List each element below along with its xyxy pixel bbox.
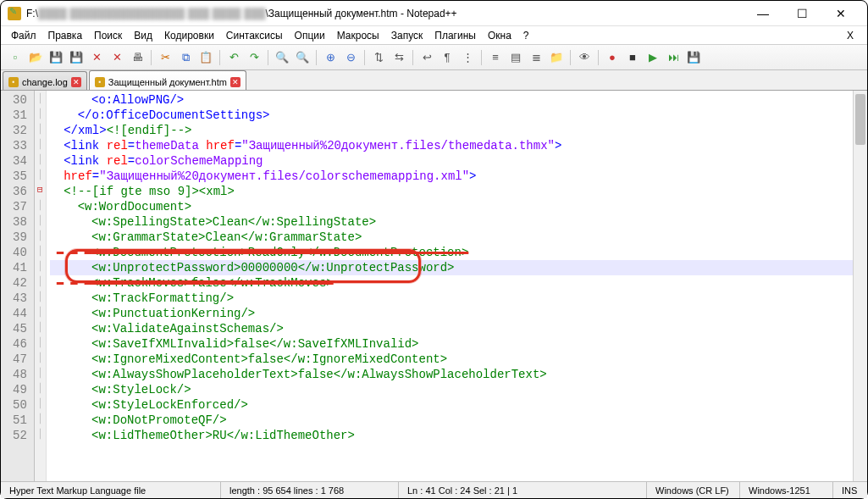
wordwrap-icon[interactable]: ↩	[417, 48, 436, 67]
toolbar-separator	[598, 50, 599, 65]
code-line[interactable]: <w:ValidateAgainstSchemas/>	[50, 321, 864, 336]
status-mode[interactable]: INS	[833, 482, 867, 498]
status-pos: Ln : 41 Col : 24 Sel : 21 | 1	[399, 482, 647, 498]
toolbar-separator	[570, 50, 571, 65]
code-line[interactable]: <w:SaveIfXMLInvalid>false</w:SaveIfXMLIn…	[50, 336, 864, 352]
close-icon[interactable]: ✕	[87, 48, 106, 67]
new-icon[interactable]: ▫	[6, 48, 25, 67]
open-icon[interactable]: 📂	[26, 48, 45, 67]
find-icon[interactable]: 🔍	[273, 48, 291, 67]
code-line[interactable]: <w:PunctuationKerning/>	[50, 306, 864, 321]
save-macro-icon[interactable]: 💾	[684, 48, 703, 67]
lang-icon[interactable]: ≡	[486, 48, 505, 67]
code-line[interactable]: </xml><![endif]-->	[50, 123, 864, 138]
code-line[interactable]: <w:UnprotectPassword>00000000</w:Unprote…	[50, 260, 864, 275]
menu-окна[interactable]: Окна	[483, 28, 517, 43]
redo-icon[interactable]: ↷	[245, 48, 263, 67]
monitor-icon[interactable]: 👁	[575, 48, 594, 67]
scrollbar-vertical[interactable]	[853, 91, 867, 481]
menu-макросы[interactable]: Макросы	[332, 28, 384, 43]
menu-файл[interactable]: Файл	[6, 28, 41, 43]
tabbar: ▪change.log✕▪Защищенный документ.htm✕	[1, 70, 867, 91]
code-line[interactable]: <w:DoNotPromoteQF/>	[50, 413, 864, 428]
file-icon: ▪	[95, 77, 105, 87]
sync-v-icon[interactable]: ⇅	[369, 48, 388, 67]
all-chars-icon[interactable]: ¶	[438, 48, 456, 67]
folder-icon[interactable]: 📁	[547, 48, 566, 67]
status-eol[interactable]: Windows (CR LF)	[647, 482, 740, 498]
code-line[interactable]: </o:OfficeDocumentSettings>	[50, 108, 864, 123]
tab-active[interactable]: ▪Защищенный документ.htm✕	[89, 70, 246, 90]
menu-поиск[interactable]: Поиск	[89, 28, 127, 43]
replace-icon[interactable]: 🔍	[293, 48, 312, 67]
menu-кодировки[interactable]: Кодировки	[159, 28, 219, 43]
tab-close-icon[interactable]: ✕	[230, 77, 240, 87]
copy-icon[interactable]: ⧉	[176, 48, 195, 67]
menu-вид[interactable]: Вид	[129, 28, 158, 43]
code-line[interactable]: <w:LidThemeOther>RU</w:LidThemeOther>	[50, 428, 864, 443]
zoom-in-icon[interactable]: ⊕	[321, 48, 340, 67]
menu-запуск[interactable]: Запуск	[386, 28, 428, 43]
menu-опции[interactable]: Опции	[290, 28, 330, 43]
close-all-icon[interactable]: ✕	[108, 48, 126, 67]
zoom-out-icon[interactable]: ⊖	[341, 48, 360, 67]
play-icon[interactable]: ▶	[644, 48, 662, 67]
record-icon[interactable]: ●	[603, 48, 622, 67]
menu-правка[interactable]: Правка	[43, 28, 88, 43]
titlebar[interactable]: F:\████ ████████████████ ███ ████ ███\За…	[1, 1, 867, 26]
code-line[interactable]: <w:DocumentProtection>ReadOnly</w:Docume…	[50, 245, 864, 260]
code-line[interactable]: href="Защищенный%20документ.files/colors…	[50, 169, 864, 184]
menu-плагины[interactable]: Плагины	[429, 28, 481, 43]
code-line[interactable]: <w:SpellingState>Clean</w:SpellingState>	[50, 214, 864, 230]
print-icon[interactable]: 🖶	[128, 48, 147, 67]
tab-close-icon[interactable]: ✕	[71, 77, 81, 87]
maximize-button[interactable]: ☐	[782, 1, 821, 26]
tab-label: change.log	[22, 77, 68, 87]
code-line[interactable]: <o:AllowPNG/>	[50, 92, 864, 108]
cut-icon[interactable]: ✂	[156, 48, 174, 67]
save-all-icon[interactable]: 💾	[67, 48, 86, 67]
code-line[interactable]: <w:AlwaysShowPlaceholderText>false</w:Al…	[50, 367, 864, 382]
app-window: F:\████ ████████████████ ███ ████ ███\За…	[0, 0, 868, 499]
tab-inactive[interactable]: ▪change.log✕	[3, 71, 87, 90]
menu-?[interactable]: ?	[518, 28, 534, 43]
fold-column[interactable]: ││││││⊟││││││││││││││││	[35, 91, 47, 481]
window-controls: — ☐ ✕	[744, 1, 860, 26]
scrollbar-thumb[interactable]	[855, 94, 865, 145]
toolbar-separator	[481, 50, 482, 65]
minimize-button[interactable]: —	[744, 1, 782, 26]
paste-icon[interactable]: 📋	[196, 48, 215, 67]
toolbar-separator	[412, 50, 413, 65]
code-line[interactable]: <w:IgnoreMixedContent>false</w:IgnoreMix…	[50, 352, 864, 367]
save-icon[interactable]: 💾	[47, 48, 65, 67]
code-line[interactable]: <w:StyleLock/>	[50, 382, 864, 397]
toolbar-separator	[219, 50, 220, 65]
play-multi-icon[interactable]: ⏭	[664, 48, 683, 67]
editor[interactable]: 3031323334353637383940414243444546474849…	[1, 91, 867, 481]
sync-h-icon[interactable]: ⇆	[390, 48, 408, 67]
toolbar-separator	[316, 50, 317, 65]
app-icon	[8, 7, 21, 20]
code-line[interactable]: <w:TrackFormatting/>	[50, 291, 864, 306]
func-list-icon[interactable]: ≣	[527, 48, 545, 67]
doc-map-icon[interactable]: ▤	[506, 48, 525, 67]
status-filetype: Hyper Text Markup Language file	[1, 482, 221, 498]
code-line[interactable]: <w:GrammarState>Clean</w:GrammarState>	[50, 230, 864, 245]
status-encoding[interactable]: Windows-1251	[740, 482, 833, 498]
toolbar-separator	[151, 50, 152, 65]
code-line[interactable]: <w:StyleLockEnforced/>	[50, 397, 864, 413]
indent-guide-icon[interactable]: ⋮	[458, 48, 477, 67]
stop-icon[interactable]: ■	[623, 48, 642, 67]
code-line[interactable]: <link rel=colorSchemeMapping	[50, 153, 864, 169]
window-title: F:\████ ████████████████ ███ ████ ███\За…	[26, 8, 744, 19]
undo-icon[interactable]: ↶	[224, 48, 243, 67]
code-line[interactable]: <w:WordDocument>	[50, 199, 864, 214]
statusbar: Hyper Text Markup Language file length :…	[1, 481, 867, 498]
code-line[interactable]: <!--[if gte mso 9]><xml>	[50, 184, 864, 199]
code-line[interactable]: <link rel=themeData href="Защищенный%20д…	[50, 138, 864, 153]
menu-синтаксисы[interactable]: Синтаксисы	[221, 28, 288, 43]
code-area[interactable]: <o:AllowPNG/> </o:OfficeDocumentSettings…	[47, 91, 867, 481]
menu-close-doc[interactable]: X	[842, 28, 859, 43]
close-button[interactable]: ✕	[821, 1, 860, 26]
code-line[interactable]: <w:TrackMoves>false</w:TrackMoves>	[50, 275, 864, 291]
